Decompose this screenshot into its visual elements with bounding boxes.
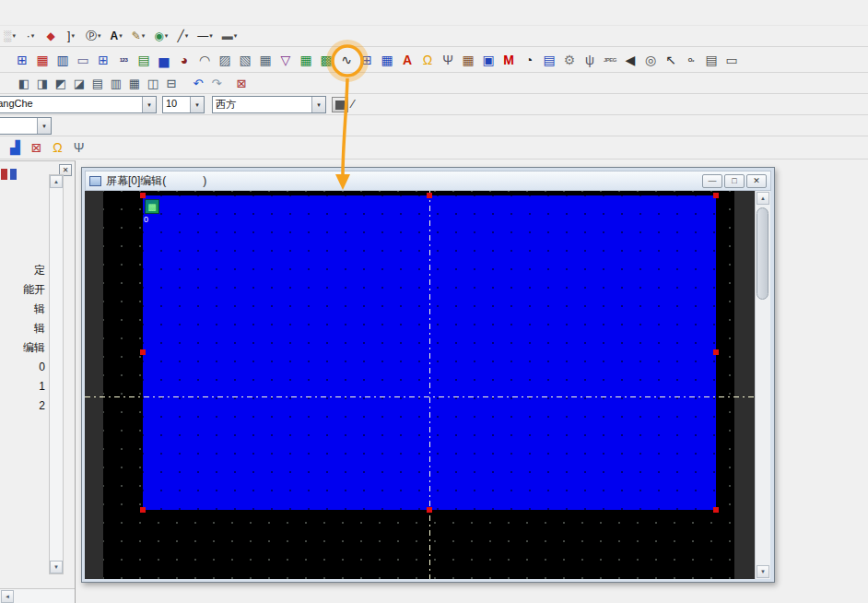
rect-tool-icon[interactable]: ▬▾ [219, 27, 240, 45]
font-name-select[interactable]: atangChe ▾ [0, 96, 157, 113]
selection-handle[interactable] [140, 193, 146, 198]
histogram-icon[interactable]: ▩ [317, 51, 335, 69]
tree-item[interactable]: 0 [0, 358, 48, 377]
led-display-icon[interactable]: ▦ [33, 51, 52, 69]
antenna-icon[interactable]: Ψ [439, 51, 457, 69]
selection-handle[interactable] [713, 507, 719, 513]
alarm-display-icon[interactable]: A [398, 51, 416, 69]
hline-tool-icon[interactable]: —▾ [194, 27, 216, 45]
tree-item[interactable]: 辑 [0, 319, 48, 338]
grid-rect-icon[interactable]: ▦ [256, 51, 275, 69]
blue-grid-icon[interactable]: ⊞ [358, 51, 376, 69]
chart-view-icon[interactable]: ▟ [6, 139, 24, 157]
chevron-down-icon[interactable]: ▾ [209, 32, 213, 40]
canvas-scrollbar[interactable]: ▲ ▼ [755, 191, 770, 579]
signal-view-icon[interactable]: Ψ [70, 139, 88, 157]
selection-handle[interactable] [140, 507, 146, 513]
pipe-tool-icon[interactable]: Ⓟ▾ [83, 27, 104, 45]
hatch-rect-icon[interactable]: ▨ [216, 51, 234, 69]
wireless-icon[interactable]: ψ [581, 51, 599, 69]
tree-item[interactable]: 能开 [0, 280, 48, 300]
schedule-icon[interactable]: ▦ [459, 51, 477, 69]
brush-color-tool-icon[interactable]: ◆ [42, 27, 59, 45]
minimize-button[interactable]: — [702, 174, 722, 188]
jpeg-image-icon[interactable]: JPEG [601, 51, 619, 69]
chevron-down-icon[interactable]: ▾ [31, 32, 35, 40]
redo-icon[interactable]: ↷ [208, 74, 225, 92]
scroll-up-icon[interactable]: ▲ [757, 192, 769, 205]
macro-icon[interactable]: M [499, 51, 518, 69]
frame-icon[interactable]: ▭ [722, 51, 741, 69]
message-display-icon[interactable]: ▭ [74, 51, 92, 69]
align-top-icon[interactable]: ◩ [53, 74, 69, 92]
timer-icon[interactable]: ◔ [520, 51, 538, 69]
chevron-down-icon[interactable]: ▾ [37, 118, 51, 134]
pen-tool-icon[interactable]: ✎▾ [129, 27, 148, 45]
data-table-icon[interactable]: ⊞ [94, 51, 112, 69]
state-select[interactable]: ▾ [0, 117, 52, 135]
placed-widget[interactable]: ▩ [145, 199, 159, 214]
chevron-down-icon[interactable]: ▾ [311, 97, 325, 112]
same-width-icon[interactable]: ▤ [89, 74, 106, 92]
tree-item[interactable]: 2 [0, 396, 48, 416]
text-input-icon[interactable]: ▤ [135, 51, 153, 69]
chevron-down-icon[interactable]: ▾ [190, 97, 204, 112]
scroll-down-icon[interactable]: ▼ [757, 565, 769, 578]
chevron-down-icon[interactable]: ▾ [119, 32, 123, 40]
tree-item[interactable]: 辑 [0, 300, 48, 319]
green-table-icon[interactable]: ▦ [297, 51, 315, 69]
chevron-down-icon[interactable]: ▾ [234, 32, 238, 40]
trend-chart-icon[interactable]: ⊞ [13, 51, 31, 69]
group-icon[interactable]: ◫ [145, 74, 161, 92]
point-tool-icon[interactable]: ·▾ [22, 27, 39, 45]
grid-off-icon[interactable]: ⊠ [28, 139, 45, 157]
scrollbar-thumb[interactable] [757, 207, 768, 300]
ungroup-icon[interactable]: ⊟ [163, 74, 180, 92]
recipe-table-icon[interactable]: ▦ [378, 51, 396, 69]
line-style-button[interactable] [332, 97, 348, 112]
text-tool-icon[interactable]: A▾ [108, 27, 125, 45]
scroll-down-icon[interactable]: ▼ [50, 561, 63, 573]
panel-scrollbar[interactable]: ▲ ▼ [49, 174, 64, 574]
chevron-down-icon[interactable]: ▾ [142, 32, 146, 40]
alarm-view-icon[interactable]: Ω [49, 139, 66, 157]
funnel-icon[interactable]: ▽ [276, 51, 295, 69]
tree-item[interactable]: 编辑 [0, 338, 48, 358]
alarm-bell-icon[interactable]: Ω [418, 51, 437, 69]
same-size-icon[interactable]: ▦ [126, 74, 143, 92]
chevron-down-icon[interactable]: ▾ [142, 97, 156, 112]
numeric-display-icon[interactable]: 123 [114, 51, 133, 69]
chevron-down-icon[interactable]: ▾ [71, 32, 75, 40]
panel-hscrollbar[interactable]: ◄ [0, 588, 75, 603]
chevron-down-icon[interactable]: ▾ [165, 32, 169, 40]
selection-handle[interactable] [140, 349, 146, 355]
cursor-icon[interactable]: ↖ [662, 51, 680, 69]
clipboard-icon[interactable]: ▤ [702, 51, 721, 69]
selection-handle[interactable] [427, 507, 432, 513]
panel-widget-icon[interactable]: ▣ [479, 51, 498, 69]
align-left-icon[interactable]: ◧ [16, 74, 32, 92]
charset-select[interactable]: 西方 ▾ [212, 96, 326, 113]
record-icon[interactable]: ◎ [641, 51, 660, 69]
bracket-tool-icon[interactable]: ]▾ [63, 27, 79, 45]
selection-handle[interactable] [427, 193, 432, 198]
chevron-down-icon[interactable]: ▾ [98, 32, 101, 40]
selection-handle[interactable] [713, 349, 719, 355]
scroll-left-icon[interactable]: ◄ [1, 590, 14, 603]
pattern-tool-icon[interactable]: ░▾ [1, 27, 18, 45]
tree-item[interactable]: 定 [0, 261, 48, 280]
same-height-icon[interactable]: ▥ [108, 74, 124, 92]
chevron-down-icon[interactable]: ▾ [185, 32, 189, 40]
gear-icon[interactable]: ⚙ [560, 51, 579, 69]
close-button[interactable]: ✕ [746, 174, 767, 188]
oxygen-icon[interactable]: O₂ [682, 51, 700, 69]
speaker-icon[interactable]: ◀ [621, 51, 639, 69]
chevron-down-icon[interactable]: ▾ [13, 32, 17, 40]
panel-icon-partial[interactable] [1, 169, 7, 180]
bar-graph-icon[interactable]: ▅ [155, 51, 173, 69]
align-right-icon[interactable]: ◨ [34, 74, 51, 92]
undo-icon[interactable]: ↶ [190, 74, 206, 92]
data-block-icon[interactable]: ▤ [540, 51, 558, 69]
line-tool-icon[interactable]: ╱▾ [174, 27, 191, 45]
tree-item[interactable]: 1 [0, 377, 48, 396]
